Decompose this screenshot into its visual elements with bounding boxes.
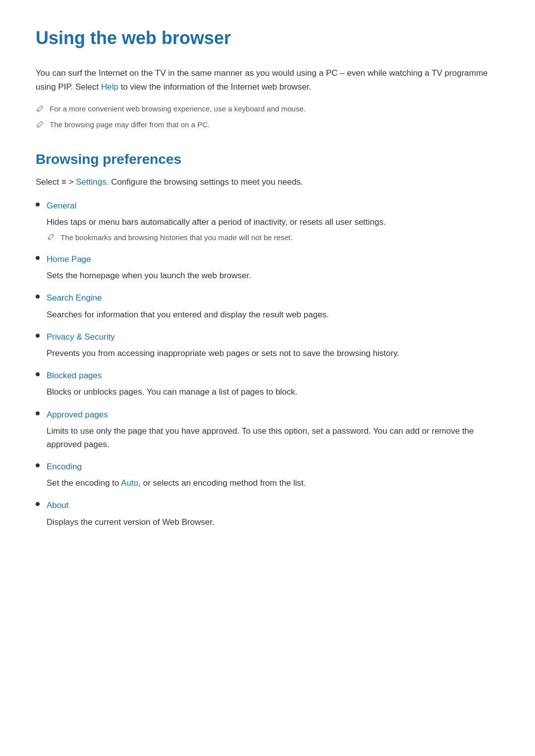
- help-link[interactable]: Help: [101, 82, 118, 92]
- encoding-desc-before: Set the encoding to: [47, 478, 121, 488]
- settings-link[interactable]: Settings: [76, 177, 106, 187]
- section-intro: Select ≡ > Settings. Configure the brows…: [36, 175, 499, 189]
- bullet-label-blocked-pages: Blocked pages: [47, 369, 102, 382]
- bullet-desc-encoding: Set the encoding to Auto, or selects an …: [47, 476, 499, 490]
- bullet-item-blocked-pages: Blocked pages Blocks or unblocks pages. …: [36, 369, 499, 399]
- bullet-label-privacy: Privacy & Security: [47, 330, 115, 344]
- bullet-dot: [36, 463, 40, 467]
- bullet-dot: [36, 202, 40, 206]
- note-text-1: For a more convenient web browsing exper…: [50, 103, 306, 115]
- bullet-row-privacy: Privacy & Security: [36, 330, 499, 344]
- bullet-label-search-engine: Search Engine: [47, 291, 102, 304]
- bullet-item-approved-pages: Approved pages Limits to use only the pa…: [36, 408, 499, 452]
- bullet-label-general: General: [47, 199, 76, 212]
- pencil-icon-note: [47, 232, 55, 241]
- bullet-desc-about: Displays the current version of Web Brow…: [47, 515, 499, 529]
- bullet-list: General Hides taps or menu bars automati…: [36, 199, 499, 529]
- bullet-item-privacy: Privacy & Security Prevents you from acc…: [36, 330, 499, 360]
- menu-icon: ≡: [61, 177, 66, 187]
- bullet-desc-blocked-pages: Blocks or unblocks pages. You can manage…: [47, 385, 499, 399]
- bullet-desc-homepage: Sets the homepage when you launch the we…: [47, 269, 499, 282]
- section-intro-middle: >: [66, 177, 76, 187]
- bullet-row-about: About: [36, 499, 499, 512]
- bullet-note-general: The bookmarks and browsing histories tha…: [47, 232, 499, 244]
- bullet-dot: [36, 334, 40, 338]
- intro-paragraph: You can surf the Internet on the TV in t…: [36, 66, 499, 94]
- pencil-icon-2: [36, 120, 45, 129]
- bullet-dot: [36, 411, 40, 415]
- bullet-note-text-general: The bookmarks and browsing histories tha…: [60, 232, 293, 244]
- bullet-row-approved-pages: Approved pages: [36, 408, 499, 421]
- bullet-item-general: General Hides taps or menu bars automati…: [36, 199, 499, 244]
- bullet-row-search-engine: Search Engine: [36, 291, 499, 304]
- intro-text-after: to view the information of the Internet …: [118, 82, 311, 92]
- bullet-desc-privacy: Prevents you from accessing inappropriat…: [47, 347, 499, 360]
- section-title: Browsing preferences: [36, 149, 499, 171]
- bullet-label-homepage: Home Page: [47, 252, 91, 266]
- section-intro-before: Select: [36, 177, 61, 187]
- bullet-desc-search-engine: Searches for information that you entere…: [47, 308, 499, 321]
- bullet-item-about: About Displays the current version of We…: [36, 499, 499, 528]
- bullet-label-encoding: Encoding: [47, 460, 82, 473]
- pencil-icon-1: [36, 104, 45, 113]
- bullet-dot: [36, 256, 40, 260]
- bullet-row-general: General: [36, 199, 499, 212]
- note-item-1: For a more convenient web browsing exper…: [36, 103, 499, 115]
- auto-link[interactable]: Auto: [121, 478, 138, 488]
- bullet-dot: [36, 372, 40, 376]
- bullet-item-homepage: Home Page Sets the homepage when you lau…: [36, 252, 499, 282]
- bullet-label-approved-pages: Approved pages: [47, 408, 108, 421]
- browsing-preferences-section: Browsing preferences Select ≡ > Settings…: [36, 149, 499, 529]
- bullet-label-about: About: [47, 499, 68, 512]
- bullet-item-encoding: Encoding Set the encoding to Auto, or se…: [36, 460, 499, 490]
- section-intro-after: . Configure the browsing settings to mee…: [107, 177, 303, 187]
- bullet-item-search-engine: Search Engine Searches for information t…: [36, 291, 499, 321]
- intro-notes: For a more convenient web browsing exper…: [36, 103, 499, 131]
- bullet-desc-general: Hides taps or menu bars automatically af…: [47, 215, 499, 229]
- bullet-row-blocked-pages: Blocked pages: [36, 369, 499, 382]
- bullet-dot: [36, 502, 40, 506]
- bullet-desc-approved-pages: Limits to use only the page that you hav…: [47, 424, 499, 451]
- bullet-row-homepage: Home Page: [36, 252, 499, 266]
- encoding-desc-after: , or selects an encoding method from the…: [138, 478, 306, 488]
- bullet-dot: [36, 295, 40, 299]
- bullet-row-encoding: Encoding: [36, 460, 499, 473]
- page-title: Using the web browser: [36, 24, 499, 52]
- note-text-2: The browsing page may differ from that o…: [50, 119, 210, 131]
- note-item-2: The browsing page may differ from that o…: [36, 119, 499, 131]
